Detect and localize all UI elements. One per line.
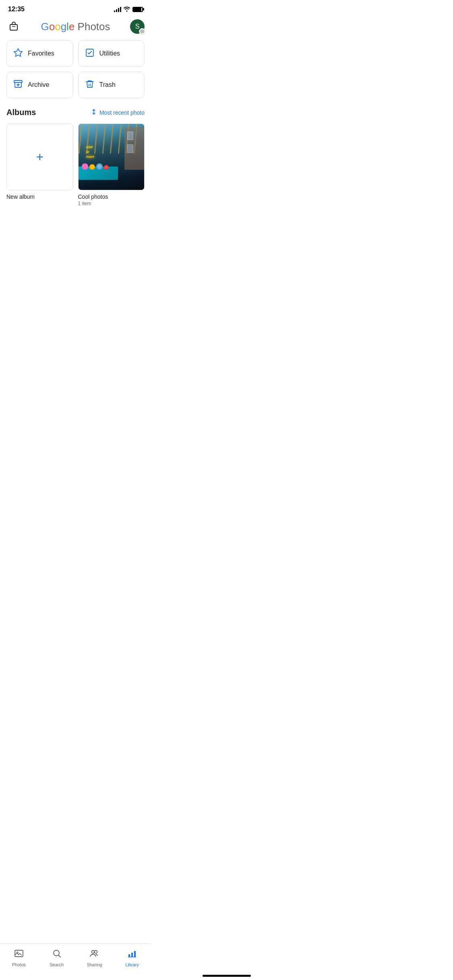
star-icon: [13, 48, 23, 59]
cool-photos-card[interactable]: wildatheart Cool photos 1 item: [78, 124, 145, 206]
signal-icon: [114, 6, 121, 12]
battery-icon: [132, 7, 143, 12]
check-square-icon: [85, 48, 95, 59]
sort-arrows-icon: [91, 109, 97, 116]
utilities-label: Utilities: [99, 50, 120, 57]
albums-header: Albums Most recent photo: [0, 105, 151, 124]
status-time: 12:35: [8, 6, 25, 13]
sort-button[interactable]: Most recent photo: [91, 109, 145, 116]
status-icons: [114, 6, 143, 13]
trash-button[interactable]: Trash: [78, 72, 145, 98]
plus-icon: +: [36, 150, 43, 163]
new-album-card[interactable]: + New album: [6, 124, 73, 206]
app-logo: Google Photos: [41, 21, 110, 33]
cool-photos-name: Cool photos: [78, 194, 145, 200]
quick-actions-grid: Favorites Utilities Archive: [0, 40, 151, 105]
sort-label: Most recent photo: [99, 109, 145, 116]
archive-label: Archive: [28, 81, 49, 89]
albums-title: Albums: [6, 108, 36, 117]
user-avatar[interactable]: S: [130, 19, 145, 34]
wifi-icon: [124, 6, 130, 13]
trash-icon: [85, 79, 95, 91]
new-album-name: New album: [6, 194, 73, 200]
avatar-badge: [139, 28, 145, 35]
favorites-button[interactable]: Favorites: [6, 40, 73, 67]
utilities-button[interactable]: Utilities: [78, 40, 145, 67]
favorites-label: Favorites: [28, 50, 54, 57]
cool-photos-count: 1 item: [78, 201, 145, 206]
archive-button[interactable]: Archive: [6, 72, 73, 98]
svg-rect-0: [10, 25, 17, 30]
status-bar: 12:35: [0, 0, 151, 16]
cool-photos-thumb: wildatheart: [78, 124, 145, 190]
albums-grid: + New album: [0, 124, 151, 206]
shop-icon[interactable]: [6, 19, 21, 34]
trash-label: Trash: [99, 81, 116, 89]
new-album-thumb: +: [6, 124, 73, 190]
svg-rect-5: [14, 80, 22, 82]
app-header: Google Photos S: [0, 16, 151, 40]
archive-icon: [13, 79, 23, 91]
